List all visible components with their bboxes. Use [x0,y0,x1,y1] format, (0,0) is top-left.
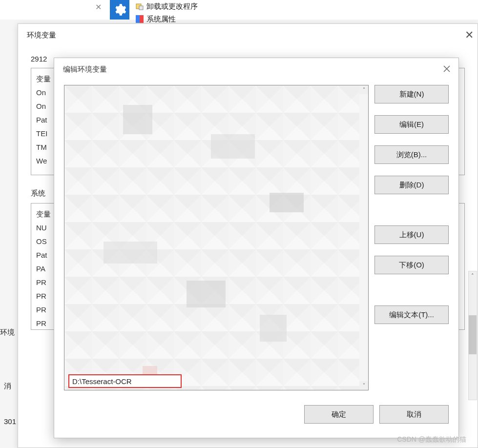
background-scrollbar[interactable]: ˄ [468,271,477,400]
cancel-button[interactable]: 取消 [379,405,449,424]
move-up-button[interactable]: 上移(U) [374,225,449,244]
bg-close-icon: ✕ [95,2,102,12]
control-panel-links: 卸载或更改程序 系统属性 [136,0,198,25]
browse-button[interactable]: 浏览(B)... [374,145,449,164]
env-dialog-close-icon[interactable]: ✕ [461,29,478,41]
bg-fragment-cancel: 消 [4,382,11,391]
settings-gear-icon [110,0,129,20]
svg-rect-1 [139,6,143,10]
edit-dialog-title: 编辑环境变量 [54,58,458,79]
move-down-button[interactable]: 下移(O) [374,256,449,274]
list-scrollbar[interactable]: ˄ ˅ [359,85,368,390]
bg-fragment-env: 环境 [0,328,15,337]
edit-environment-variable-dialog: 编辑环境变量 ˄ ˅ D:\Tesseract-OCR 新建(N) 编辑(E) … [54,58,459,438]
sysprop-link-label: 系统属性 [146,14,176,24]
sysprop-icon [136,15,144,23]
bg-fragment-num: 301 [4,417,16,426]
scroll-up-icon[interactable]: ˄ [359,85,368,94]
uninstall-link-label: 卸载或更改程序 [146,1,198,12]
path-entries-list[interactable]: ˄ ˅ D:\Tesseract-OCR [64,85,369,390]
scroll-down-icon[interactable]: ˅ [359,381,368,390]
ok-button[interactable]: 确定 [304,405,374,424]
new-button[interactable]: 新建(N) [374,85,449,103]
redacted-blocks [64,85,368,390]
uninstall-icon [136,2,144,10]
path-entry-text: D:\Tesseract-OCR [72,377,132,386]
scroll-up-icon[interactable]: ˄ [469,271,477,280]
selected-path-entry[interactable]: D:\Tesseract-OCR [68,374,182,388]
uninstall-link[interactable]: 卸载或更改程序 [136,0,198,13]
scrollbar-thumb[interactable] [469,315,477,354]
edit-button[interactable]: 编辑(E) [374,115,449,134]
edit-dialog-close-button[interactable] [440,62,454,76]
delete-button[interactable]: 删除(D) [374,176,449,194]
close-icon [443,65,451,73]
edit-text-button[interactable]: 编辑文本(T)... [374,305,449,324]
env-dialog-title: 环境变量 [18,24,478,47]
watermark-text: CSDN @蠢蠢欲动的猫 [397,435,466,444]
